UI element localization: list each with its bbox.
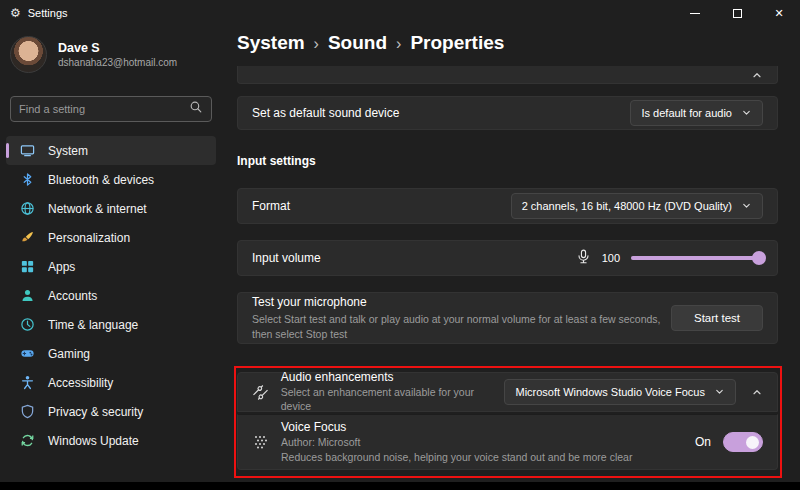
default-device-dropdown-value: Is default for audio: [641, 107, 732, 119]
sidebar-item-label: System: [48, 144, 88, 158]
shield-icon: [20, 404, 35, 419]
settings-window: ⚙ Settings ✕ Dave S dshanaha23@hotmail.c…: [0, 0, 800, 482]
breadcrumb: System › Sound › Properties: [237, 32, 504, 54]
microphone-icon: [576, 249, 591, 268]
format-dropdown-value: 2 channels, 16 bit, 48000 Hz (DVD Qualit…: [522, 200, 732, 212]
main-content: System › Sound › Properties Set as defau…: [222, 26, 800, 474]
search-input[interactable]: [19, 103, 189, 115]
maximize-icon: [733, 9, 742, 18]
settings-gear-icon: ⚙: [10, 7, 21, 19]
close-icon: ✕: [774, 8, 783, 19]
voice-focus-title: Voice Focus: [281, 420, 632, 434]
default-device-row: Set as default sound device Is default f…: [237, 96, 778, 130]
audio-enhancements-dropdown[interactable]: Microsoft Windows Studio Voice Focus: [504, 379, 736, 405]
update-icon: [20, 433, 35, 448]
chevron-down-icon: [741, 200, 752, 213]
audio-enhancements-description: Select an enhancement available for your…: [281, 386, 505, 413]
sidebar-item-accounts[interactable]: Accounts: [6, 281, 216, 310]
sidebar-item-system[interactable]: System: [6, 136, 216, 165]
expander-chevron-up-button[interactable]: [751, 69, 763, 81]
start-test-button[interactable]: Start test: [671, 305, 763, 331]
window-controls: ✕: [674, 0, 800, 26]
accessibility-icon: [20, 375, 35, 390]
brush-icon: [20, 230, 35, 245]
clock-icon: [20, 317, 35, 332]
sidebar-item-apps[interactable]: Apps: [6, 252, 216, 281]
user-email: dshanaha23@hotmail.com: [58, 57, 177, 68]
title-bar: ⚙ Settings ✕: [0, 0, 800, 26]
sidebar-item-label: Accessibility: [48, 376, 113, 390]
user-name: Dave S: [58, 41, 177, 55]
sidebar-item-windows-update[interactable]: Windows Update: [6, 426, 216, 455]
chevron-down-icon: [741, 107, 752, 120]
collapse-chevron-up-button[interactable]: [751, 386, 763, 398]
person-icon: [20, 288, 35, 303]
voice-focus-icon: [252, 434, 270, 450]
sidebar-item-label: Personalization: [48, 231, 130, 245]
format-row: Format 2 channels, 16 bit, 48000 Hz (DVD…: [237, 188, 778, 224]
apps-icon: [20, 259, 35, 274]
chevron-down-icon: [714, 386, 725, 399]
chevron-right-icon: ›: [396, 34, 401, 53]
sidebar: Dave S dshanaha23@hotmail.com System Blu…: [0, 26, 222, 482]
volume-slider-fill: [631, 256, 763, 260]
selection-indicator: [6, 143, 9, 158]
voice-focus-toggle-label: On: [695, 435, 711, 449]
sidebar-item-label: Accounts: [48, 289, 97, 303]
input-volume-label: Input volume: [252, 251, 321, 265]
chevron-right-icon: ›: [314, 34, 319, 53]
format-label: Format: [252, 199, 290, 213]
sidebar-item-label: Gaming: [48, 347, 90, 361]
breadcrumb-sound[interactable]: Sound: [328, 32, 387, 54]
breadcrumb-properties: Properties: [410, 32, 504, 54]
audio-enhancements-title: Audio enhancements: [281, 370, 505, 384]
input-volume-slider[interactable]: [631, 256, 763, 260]
sidebar-item-privacy-security[interactable]: Privacy & security: [6, 397, 216, 426]
sidebar-item-label: Time & language: [48, 318, 138, 332]
sidebar-item-label: Bluetooth & devices: [48, 173, 154, 187]
screen: ⚙ Settings ✕ Dave S dshanaha23@hotmail.c…: [0, 0, 800, 490]
voice-focus-toggle[interactable]: [723, 432, 763, 452]
voice-focus-row: Voice Focus Author: Microsoft Reduces ba…: [237, 414, 778, 470]
input-volume-value: 100: [602, 252, 620, 264]
bluetooth-icon: [20, 172, 35, 187]
sidebar-item-gaming[interactable]: Gaming: [6, 339, 216, 368]
sidebar-item-bluetooth-devices[interactable]: Bluetooth & devices: [6, 165, 216, 194]
sidebar-item-accessibility[interactable]: Accessibility: [6, 368, 216, 397]
globe-icon: [20, 201, 35, 216]
input-settings-header: Input settings: [237, 154, 316, 168]
format-dropdown[interactable]: 2 channels, 16 bit, 48000 Hz (DVD Qualit…: [511, 193, 763, 219]
sidebar-item-label: Network & internet: [48, 202, 147, 216]
audio-enhancements-icon: [252, 384, 270, 401]
monitor-icon: [20, 143, 35, 158]
avatar: [10, 36, 47, 73]
sidebar-item-time-language[interactable]: Time & language: [6, 310, 216, 339]
sidebar-item-label: Apps: [48, 260, 75, 274]
minimize-button[interactable]: [674, 0, 716, 26]
test-microphone-title: Test your microphone: [252, 295, 662, 309]
search-box[interactable]: [10, 96, 212, 122]
volume-slider-thumb[interactable]: [752, 251, 766, 265]
test-microphone-description: Select Start test and talk or play audio…: [252, 312, 662, 340]
audio-enhancements-row: Audio enhancements Select an enhancement…: [237, 372, 778, 412]
breadcrumb-system[interactable]: System: [237, 32, 305, 54]
voice-focus-author: Author: Microsoft: [281, 436, 632, 450]
sidebar-item-network-internet[interactable]: Network & internet: [6, 194, 216, 223]
sidebar-item-personalization[interactable]: Personalization: [6, 223, 216, 252]
toggle-knob: [746, 436, 759, 449]
sidebar-nav: System Bluetooth & devices Network & int…: [6, 136, 216, 455]
default-device-label: Set as default sound device: [252, 106, 399, 120]
collapsed-card-partial: [237, 66, 778, 84]
input-volume-row: Input volume 100: [237, 240, 778, 276]
sidebar-item-label: Privacy & security: [48, 405, 143, 419]
sidebar-item-label: Windows Update: [48, 434, 139, 448]
gamepad-icon: [20, 346, 35, 361]
minimize-icon: [690, 13, 700, 14]
user-profile[interactable]: Dave S dshanaha23@hotmail.com: [10, 36, 177, 73]
audio-enhancements-dropdown-value: Microsoft Windows Studio Voice Focus: [515, 386, 705, 398]
search-icon: [189, 100, 203, 118]
default-device-dropdown[interactable]: Is default for audio: [630, 100, 763, 126]
test-microphone-row: Test your microphone Select Start test a…: [237, 292, 778, 344]
close-button[interactable]: ✕: [758, 0, 800, 26]
maximize-button[interactable]: [716, 0, 758, 26]
